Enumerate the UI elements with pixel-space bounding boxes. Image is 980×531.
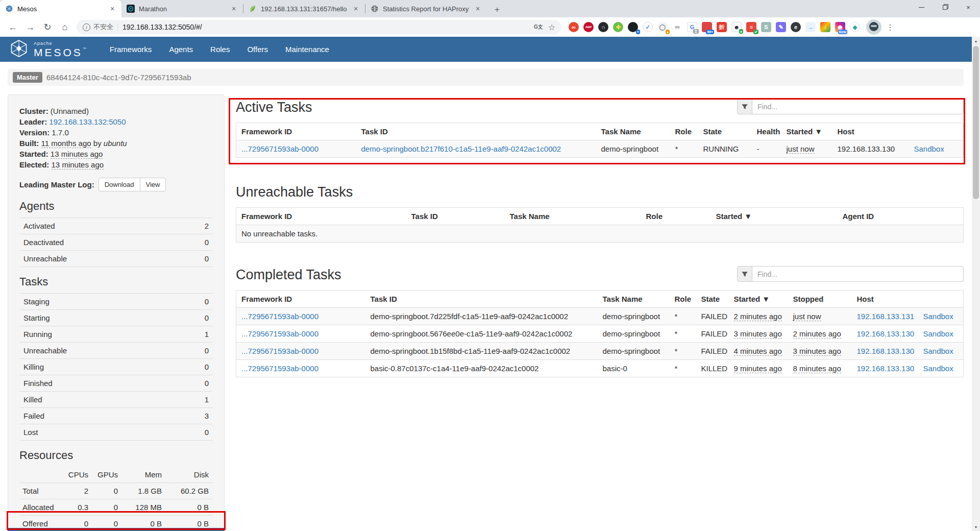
col-started[interactable]: Started ▼ bbox=[711, 208, 838, 225]
letter-e-icon[interactable]: e bbox=[791, 22, 801, 32]
tab-close-icon[interactable]: × bbox=[230, 5, 238, 13]
col-role[interactable]: Role bbox=[641, 208, 711, 225]
nav-maintenance[interactable]: Maintenance bbox=[285, 45, 329, 54]
json-braces-icon[interactable]: {≡} bbox=[672, 22, 682, 32]
col-role[interactable]: Role bbox=[670, 291, 696, 308]
leader-link[interactable]: 192.168.133.132:5050 bbox=[49, 117, 126, 126]
share-pages-icon[interactable]: → bbox=[805, 22, 816, 32]
tab-hello[interactable]: 192.168.133.131:31657/hello w × bbox=[243, 0, 365, 17]
loop-ring-icon[interactable]: ◯● bbox=[657, 22, 668, 32]
filter-funnel-icon[interactable] bbox=[737, 99, 752, 114]
list-item: Killing0 bbox=[19, 358, 213, 375]
filter-funnel-icon[interactable] bbox=[737, 266, 752, 282]
sandbox-link[interactable]: Sandbox bbox=[923, 364, 953, 373]
letter-s-icon[interactable]: S bbox=[761, 22, 771, 32]
col-framework-id[interactable]: Framework ID bbox=[236, 123, 356, 140]
host-link[interactable]: 192.168.133.130 bbox=[857, 329, 915, 338]
col-started[interactable]: Started ▼ bbox=[781, 123, 832, 140]
col-task-id[interactable]: Task ID bbox=[356, 123, 596, 140]
col-host[interactable]: Host bbox=[832, 123, 909, 140]
url-text[interactable]: 192.168.133.132:5050/#/ bbox=[122, 23, 534, 31]
col-framework-id[interactable]: Framework ID bbox=[236, 208, 406, 225]
host-link[interactable]: 192.168.133.130 bbox=[857, 364, 915, 373]
nav-agents[interactable]: Agents bbox=[169, 45, 193, 54]
col-started[interactable]: Started ▼ bbox=[729, 291, 788, 308]
nav-frameworks[interactable]: Frameworks bbox=[110, 45, 152, 54]
restore-button[interactable] bbox=[933, 0, 957, 14]
col-task-name[interactable]: Task Name bbox=[598, 291, 670, 308]
octocat-icon[interactable]: + bbox=[628, 22, 638, 32]
address-bar[interactable]: i 不安全 192.168.133.132:5050/#/ G文 ☆ bbox=[77, 20, 561, 34]
tab-haproxy[interactable]: Statistics Report for HAProxy × bbox=[365, 0, 487, 17]
translate-extension-icon[interactable]: G文 bbox=[687, 22, 697, 32]
host-link[interactable]: 192.168.133.131 bbox=[857, 312, 915, 321]
tab-close-icon[interactable]: × bbox=[352, 5, 360, 13]
back-icon[interactable]: ← bbox=[4, 18, 21, 36]
col-state[interactable]: State bbox=[696, 291, 729, 308]
col-task-name[interactable]: Task Name bbox=[505, 208, 641, 225]
forward-icon[interactable]: → bbox=[21, 18, 39, 36]
nav-offers[interactable]: Offers bbox=[247, 45, 268, 54]
scrollbar-thumb[interactable] bbox=[973, 46, 979, 199]
framework-id-link[interactable]: ...7295671593ab-0000 bbox=[241, 312, 318, 321]
home-icon[interactable]: ⌂ bbox=[56, 18, 74, 36]
scrollbar[interactable]: ▲ ▼ bbox=[972, 37, 980, 531]
sandbox-link[interactable]: Sandbox bbox=[923, 329, 953, 338]
col-task-name[interactable]: Task Name bbox=[596, 123, 670, 140]
col-framework-id[interactable]: Framework ID bbox=[236, 291, 365, 308]
minimize-button[interactable] bbox=[910, 0, 933, 14]
col-role[interactable]: Role bbox=[670, 123, 698, 140]
col-task-id[interactable]: Task ID bbox=[406, 208, 505, 225]
headset-icon[interactable]: ∩ bbox=[598, 22, 608, 32]
framework-id-link[interactable]: ...7295671593ab-0000 bbox=[241, 364, 318, 373]
framework-id-link[interactable]: ...7295671593ab-0000 bbox=[241, 144, 318, 153]
download-log-button[interactable]: Download bbox=[99, 178, 140, 191]
framework-id-link[interactable]: ...7295671593ab-0000 bbox=[241, 347, 318, 355]
browser-menu-icon[interactable]: ⋮ bbox=[884, 22, 897, 32]
task-id-link[interactable]: demo-springboot.b217f610-c1a5-11e9-aaf9-… bbox=[361, 144, 561, 153]
mesos-brand[interactable]: Apache MESOS™ bbox=[9, 39, 86, 60]
tab-close-icon[interactable]: × bbox=[108, 5, 116, 13]
honeycomb-icon[interactable]: ◆ bbox=[850, 22, 860, 32]
tab-close-icon[interactable]: × bbox=[474, 5, 482, 13]
view-log-button[interactable]: View bbox=[140, 178, 166, 191]
close-window-button[interactable]: × bbox=[957, 0, 980, 14]
camera-new-icon[interactable]: ◉New bbox=[835, 22, 845, 32]
col-task-id[interactable]: Task ID bbox=[365, 291, 598, 308]
tab-marathon[interactable]: Marathon × bbox=[121, 0, 243, 17]
nav-roles[interactable]: Roles bbox=[210, 45, 230, 54]
framework-id-link[interactable]: ...7295671593ab-0000 bbox=[241, 329, 318, 338]
completed-find-input[interactable] bbox=[752, 266, 964, 282]
role: * bbox=[675, 329, 678, 338]
col-state[interactable]: State bbox=[698, 123, 752, 140]
scroll-up-icon[interactable]: ▲ bbox=[972, 37, 980, 45]
tab-mesos[interactable]: Mesos × bbox=[0, 0, 121, 17]
contact-person-icon[interactable]: ☻● bbox=[731, 22, 742, 32]
sandbox-link[interactable]: Sandbox bbox=[923, 312, 953, 321]
adblock-plus-icon[interactable]: ABP bbox=[583, 22, 594, 32]
col-agent-id[interactable]: Agent ID bbox=[838, 208, 964, 225]
doc-pencil-icon[interactable]: ✎ bbox=[776, 22, 786, 32]
bookmark-star-icon[interactable]: ☆ bbox=[548, 22, 555, 32]
tick-check-icon[interactable]: ✓ bbox=[643, 22, 653, 32]
chrome-download-icon[interactable]: ↓ bbox=[820, 22, 830, 32]
scroll-down-icon[interactable]: ▼ bbox=[972, 523, 980, 531]
sandbox-link[interactable]: Sandbox bbox=[923, 347, 953, 355]
sandbox-link[interactable]: Sandbox bbox=[914, 144, 944, 153]
coupon-zhe-icon[interactable]: 折 bbox=[717, 22, 727, 32]
profile-avatar[interactable] bbox=[866, 19, 881, 35]
tasks-heading: Tasks bbox=[19, 275, 213, 288]
col-health[interactable]: Health bbox=[752, 123, 781, 140]
col-host[interactable]: Host bbox=[852, 291, 918, 308]
infinity-extension-icon[interactable]: ∞ bbox=[569, 22, 579, 32]
notifier-99-icon[interactable]: 99+ bbox=[702, 22, 712, 32]
new-tab-button[interactable]: + bbox=[490, 3, 504, 17]
active-find-input[interactable] bbox=[752, 99, 964, 114]
green-coin-icon[interactable]: ✚ bbox=[613, 22, 623, 32]
col-stopped[interactable]: Stopped bbox=[788, 291, 852, 308]
red-notes-icon[interactable]: ≡✔ bbox=[746, 22, 756, 32]
info-icon[interactable]: i bbox=[83, 23, 90, 31]
reload-icon[interactable]: ↻ bbox=[39, 18, 56, 36]
translate-icon[interactable]: G文 bbox=[534, 23, 543, 31]
host-link[interactable]: 192.168.133.130 bbox=[857, 347, 915, 355]
